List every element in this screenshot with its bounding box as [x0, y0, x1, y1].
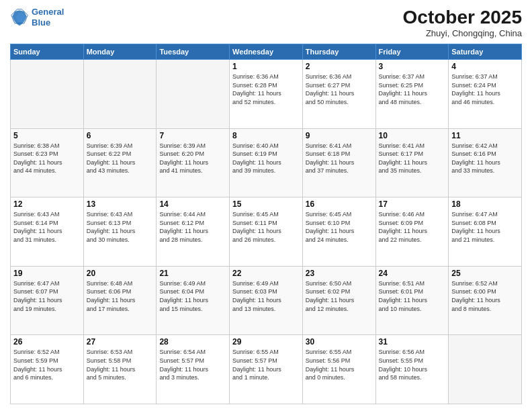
calendar-cell: 9Sunrise: 6:41 AM Sunset: 6:18 PM Daylig…	[302, 128, 375, 197]
day-info: Sunrise: 6:43 AM Sunset: 6:14 PM Dayligh…	[13, 210, 81, 244]
day-info: Sunrise: 6:47 AM Sunset: 6:08 PM Dayligh…	[451, 210, 519, 244]
calendar-cell: 19Sunrise: 6:47 AM Sunset: 6:07 PM Dayli…	[11, 266, 84, 335]
day-number: 20	[87, 269, 154, 278]
day-info: Sunrise: 6:54 AM Sunset: 5:57 PM Dayligh…	[159, 348, 226, 381]
day-number: 30	[306, 337, 373, 347]
day-info: Sunrise: 6:40 AM Sunset: 6:19 PM Dayligh…	[232, 142, 300, 175]
week-row-2: 12Sunrise: 6:43 AM Sunset: 6:14 PM Dayli…	[11, 197, 522, 267]
day-number: 24	[379, 269, 446, 278]
logo: General Blue	[10, 7, 64, 28]
day-info: Sunrise: 6:56 AM Sunset: 5:55 PM Dayligh…	[379, 348, 446, 381]
day-number: 21	[159, 269, 226, 278]
page: General Blue October 2025 Zhuyi, Chongqi…	[0, 0, 532, 411]
day-number: 22	[232, 269, 300, 278]
calendar-cell: 17Sunrise: 6:46 AM Sunset: 6:09 PM Dayli…	[375, 197, 449, 267]
calendar-cell: 28Sunrise: 6:54 AM Sunset: 5:57 PM Dayli…	[157, 335, 230, 404]
calendar-cell: 30Sunrise: 6:55 AM Sunset: 5:56 PM Dayli…	[302, 335, 375, 404]
day-info: Sunrise: 6:55 AM Sunset: 5:56 PM Dayligh…	[306, 348, 373, 381]
day-info: Sunrise: 6:38 AM Sunset: 6:23 PM Dayligh…	[13, 142, 81, 175]
weekday-header-row: SundayMondayTuesdayWednesdayThursdayFrid…	[11, 44, 522, 60]
day-info: Sunrise: 6:42 AM Sunset: 6:16 PM Dayligh…	[451, 142, 519, 175]
day-info: Sunrise: 6:47 AM Sunset: 6:07 PM Dayligh…	[13, 279, 81, 313]
day-number: 26	[13, 337, 81, 347]
weekday-saturday: Saturday	[449, 44, 522, 60]
day-info: Sunrise: 6:43 AM Sunset: 6:13 PM Dayligh…	[87, 210, 154, 244]
day-info: Sunrise: 6:41 AM Sunset: 6:17 PM Dayligh…	[379, 142, 446, 175]
calendar-cell	[157, 60, 230, 129]
weekday-sunday: Sunday	[11, 44, 84, 60]
day-number: 18	[451, 199, 519, 209]
calendar-cell: 12Sunrise: 6:43 AM Sunset: 6:14 PM Dayli…	[11, 197, 84, 267]
calendar-cell: 11Sunrise: 6:42 AM Sunset: 6:16 PM Dayli…	[449, 128, 522, 197]
day-info: Sunrise: 6:44 AM Sunset: 6:12 PM Dayligh…	[159, 210, 226, 244]
day-number: 7	[159, 131, 226, 140]
day-info: Sunrise: 6:46 AM Sunset: 6:09 PM Dayligh…	[379, 210, 446, 244]
calendar-cell: 22Sunrise: 6:49 AM Sunset: 6:03 PM Dayli…	[230, 266, 303, 335]
day-info: Sunrise: 6:49 AM Sunset: 6:04 PM Dayligh…	[159, 279, 226, 313]
calendar-cell: 18Sunrise: 6:47 AM Sunset: 6:08 PM Dayli…	[449, 197, 522, 267]
calendar-cell	[83, 60, 157, 129]
day-info: Sunrise: 6:36 AM Sunset: 6:27 PM Dayligh…	[306, 73, 373, 106]
calendar-cell	[11, 60, 84, 129]
calendar-cell: 3Sunrise: 6:37 AM Sunset: 6:25 PM Daylig…	[375, 60, 449, 129]
calendar-cell: 6Sunrise: 6:39 AM Sunset: 6:22 PM Daylig…	[83, 128, 157, 197]
calendar-cell	[449, 335, 522, 404]
day-number: 2	[306, 62, 373, 71]
day-number: 11	[451, 131, 519, 140]
day-number: 9	[306, 131, 373, 140]
logo-text: General Blue	[32, 7, 64, 28]
day-info: Sunrise: 6:37 AM Sunset: 6:24 PM Dayligh…	[451, 73, 519, 106]
calendar-cell: 7Sunrise: 6:39 AM Sunset: 6:20 PM Daylig…	[157, 128, 230, 197]
day-info: Sunrise: 6:55 AM Sunset: 5:57 PM Dayligh…	[232, 348, 300, 381]
month-title: October 2025	[403, 7, 522, 28]
logo-general: General	[32, 7, 64, 17]
day-number: 23	[306, 269, 373, 278]
weekday-wednesday: Wednesday	[230, 44, 303, 60]
day-info: Sunrise: 6:50 AM Sunset: 6:02 PM Dayligh…	[306, 279, 373, 313]
day-number: 10	[379, 131, 446, 140]
logo-icon	[10, 8, 29, 27]
calendar-cell: 2Sunrise: 6:36 AM Sunset: 6:27 PM Daylig…	[302, 60, 375, 129]
day-number: 31	[379, 337, 446, 347]
calendar-cell: 29Sunrise: 6:55 AM Sunset: 5:57 PM Dayli…	[230, 335, 303, 404]
day-number: 5	[13, 131, 81, 140]
logo-blue: Blue	[32, 17, 50, 28]
day-number: 6	[87, 131, 154, 140]
calendar-cell: 24Sunrise: 6:51 AM Sunset: 6:01 PM Dayli…	[375, 266, 449, 335]
weekday-tuesday: Tuesday	[157, 44, 230, 60]
calendar-cell: 13Sunrise: 6:43 AM Sunset: 6:13 PM Dayli…	[83, 197, 157, 267]
day-number: 25	[451, 269, 519, 278]
day-info: Sunrise: 6:39 AM Sunset: 6:20 PM Dayligh…	[159, 142, 226, 175]
calendar-cell: 8Sunrise: 6:40 AM Sunset: 6:19 PM Daylig…	[230, 128, 303, 197]
calendar-cell: 4Sunrise: 6:37 AM Sunset: 6:24 PM Daylig…	[449, 60, 522, 129]
day-info: Sunrise: 6:49 AM Sunset: 6:03 PM Dayligh…	[232, 279, 300, 313]
calendar-cell: 20Sunrise: 6:48 AM Sunset: 6:06 PM Dayli…	[83, 266, 157, 335]
day-info: Sunrise: 6:52 AM Sunset: 5:59 PM Dayligh…	[13, 348, 81, 381]
week-row-3: 19Sunrise: 6:47 AM Sunset: 6:07 PM Dayli…	[11, 266, 522, 335]
day-number: 1	[232, 62, 300, 71]
day-number: 16	[306, 199, 373, 209]
day-number: 19	[13, 269, 81, 278]
weekday-thursday: Thursday	[302, 44, 375, 60]
day-info: Sunrise: 6:53 AM Sunset: 5:58 PM Dayligh…	[87, 348, 154, 381]
calendar-cell: 26Sunrise: 6:52 AM Sunset: 5:59 PM Dayli…	[11, 335, 84, 404]
day-info: Sunrise: 6:41 AM Sunset: 6:18 PM Dayligh…	[306, 142, 373, 175]
calendar-cell: 10Sunrise: 6:41 AM Sunset: 6:17 PM Dayli…	[375, 128, 449, 197]
day-number: 14	[159, 199, 226, 209]
calendar-cell: 1Sunrise: 6:36 AM Sunset: 6:28 PM Daylig…	[230, 60, 303, 129]
calendar-cell: 21Sunrise: 6:49 AM Sunset: 6:04 PM Dayli…	[157, 266, 230, 335]
day-number: 17	[379, 199, 446, 209]
weekday-friday: Friday	[375, 44, 449, 60]
location: Zhuyi, Chongqing, China	[403, 28, 522, 38]
week-row-1: 5Sunrise: 6:38 AM Sunset: 6:23 PM Daylig…	[11, 128, 522, 197]
calendar-cell: 5Sunrise: 6:38 AM Sunset: 6:23 PM Daylig…	[11, 128, 84, 197]
day-number: 29	[232, 337, 300, 347]
day-number: 8	[232, 131, 300, 140]
day-info: Sunrise: 6:52 AM Sunset: 6:00 PM Dayligh…	[451, 279, 519, 313]
day-number: 3	[379, 62, 446, 71]
day-info: Sunrise: 6:48 AM Sunset: 6:06 PM Dayligh…	[87, 279, 154, 313]
day-number: 27	[87, 337, 154, 347]
day-number: 15	[232, 199, 300, 209]
day-info: Sunrise: 6:37 AM Sunset: 6:25 PM Dayligh…	[379, 73, 446, 106]
day-info: Sunrise: 6:51 AM Sunset: 6:01 PM Dayligh…	[379, 279, 446, 313]
